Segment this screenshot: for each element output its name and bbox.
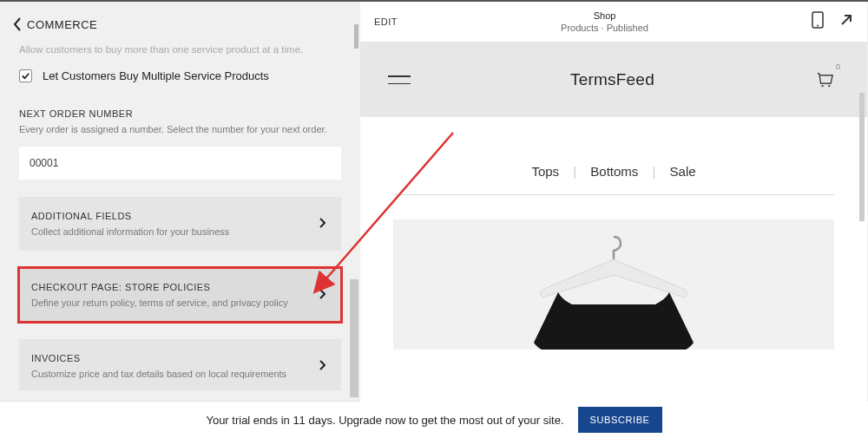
nav-link-tops[interactable]: Tops [521,164,569,179]
nav-link-bottoms[interactable]: Bottoms [580,164,648,179]
cart-count-badge: 0 [836,62,840,71]
card-description: Customize price and tax details based on… [31,369,329,379]
card-title: ADDITIONAL FIELDS [31,211,329,221]
card-title: INVOICES [31,353,329,363]
cart-icon[interactable]: 0 [814,69,834,92]
panel-header: COMMERCE [0,2,360,43]
trial-banner: Your trial ends in 11 days. Upgrade now … [0,401,868,438]
chevron-right-icon [319,216,326,232]
edit-button[interactable]: EDIT [374,16,398,27]
svg-point-1 [817,25,819,27]
next-order-number-section: NEXT ORDER NUMBER Every order is assigne… [19,108,341,180]
svg-point-3 [821,84,823,86]
divider-line [393,194,834,195]
preview-scrollbar[interactable] [859,93,865,221]
store-header: TermsFeed 0 [360,42,867,117]
subscribe-button[interactable]: SUBSCRIBE [578,407,662,433]
truncated-description: Allow customers to buy more than one ser… [19,43,341,57]
card-title: CHECKOUT PAGE: STORE POLICIES [31,282,329,292]
store-policies-card[interactable]: CHECKOUT PAGE: STORE POLICIES Define you… [19,268,341,322]
mobile-preview-icon[interactable] [812,11,824,32]
open-external-icon[interactable] [839,13,853,30]
preview-page-subtitle: Products · Published [561,22,648,34]
card-description: Collect additional information for your … [31,226,329,237]
site-preview-body: TermsFeed 0 Tops | Bottoms | Sale [360,42,867,402]
store-logo-text[interactable]: TermsFeed [570,70,654,89]
scrollbar[interactable] [350,279,358,397]
scrollbar-top-icon[interactable] [354,24,358,49]
chevron-right-icon [319,287,326,303]
multiple-services-checkbox-row[interactable]: Let Customers Buy Multiple Service Produ… [19,69,341,82]
svg-point-4 [828,84,830,86]
commerce-settings-panel: COMMERCE Allow customers to buy more tha… [0,2,360,401]
preview-panel: EDIT Shop Products · Published TermsFeed [360,2,867,401]
section-description: Every order is assigned a number. Select… [19,124,341,134]
invoices-card[interactable]: INVOICES Customize price and tax details… [19,339,341,390]
nav-divider-icon: | [653,164,656,179]
svg-line-2 [842,16,851,24]
back-chevron-icon[interactable] [13,17,22,31]
menu-icon[interactable] [388,75,411,84]
store-category-nav: Tops | Bottoms | Sale [360,117,867,194]
next-order-number-input[interactable] [19,147,341,180]
preview-page-info: Shop Products · Published [561,10,648,35]
chevron-right-icon [319,358,326,374]
panel-title: COMMERCE [27,18,97,31]
checkbox-checked-icon[interactable] [19,69,32,82]
additional-fields-card[interactable]: ADDITIONAL FIELDS Collect additional inf… [19,197,341,251]
trial-message: Your trial ends in 11 days. Upgrade now … [206,414,563,427]
preview-page-title: Shop [561,10,648,22]
hanger-product-icon [475,230,753,350]
nav-divider-icon: | [573,164,576,179]
product-image-area[interactable] [393,219,834,350]
checkbox-label: Let Customers Buy Multiple Service Produ… [43,69,269,82]
preview-header: EDIT Shop Products · Published [360,2,867,42]
nav-link-sale[interactable]: Sale [660,164,707,179]
section-title: NEXT ORDER NUMBER [19,108,341,119]
card-description: Define your return policy, terms of serv… [31,297,329,308]
